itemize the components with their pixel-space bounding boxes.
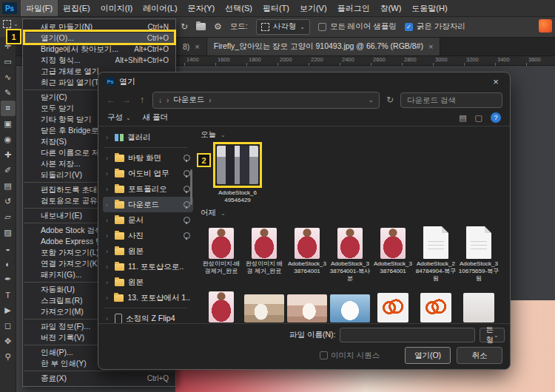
sidebar-item[interactable]: ›13. 포토샵에서 1.. (103, 290, 193, 305)
sidebar-item[interactable]: ›사진 (103, 228, 193, 243)
sidebar-item[interactable]: ›다운로드 (103, 197, 193, 212)
lasso-tool[interactable]: ∿ (1, 70, 16, 85)
hand-tool[interactable]: ✥ (1, 334, 16, 349)
preview-pane-icon[interactable]: ▢ (475, 113, 482, 123)
folder-icon[interactable] (196, 23, 206, 30)
file-item[interactable]: 완성이미지 배경 제거_완료 (243, 220, 285, 283)
file-item[interactable]: 2AdobeStock_649546429 (217, 142, 258, 204)
back-icon[interactable]: ← (106, 95, 116, 105)
file-menu-item[interactable]: 종료(X)Ctrl+Q (23, 373, 175, 384)
filetype-dropdown[interactable]: 모든 형식 ⌄ (480, 328, 504, 342)
pen-tool[interactable]: ✒ (1, 271, 16, 287)
marquee-tool[interactable]: ▭ (1, 54, 16, 70)
menubar-item[interactable]: 문자(Y) (183, 0, 221, 16)
help-icon[interactable]: ? (491, 112, 501, 123)
sidebar-item[interactable]: ›원본 (103, 274, 193, 290)
tab-close-icon[interactable]: × (195, 42, 199, 51)
menubar-item[interactable]: 플러그인 (332, 0, 375, 16)
chevron-down-icon: ⌄ (13, 21, 18, 27)
filename-input[interactable] (340, 328, 475, 342)
sample-all-layers-checkbox[interactable]: 모든 레이어 샘플링 (318, 21, 397, 32)
file-menu-item[interactable]: 지정 형식...Alt+Shift+Ctrl+O (23, 55, 175, 66)
file-item[interactable]: Firefly_고양이 910493 (329, 284, 371, 323)
sidebar-scrollbar[interactable] (190, 169, 192, 205)
file-item[interactable]: Firefly_앉아있는 장모 고양이 910493 (243, 284, 285, 323)
tab-close-icon[interactable]: × (428, 42, 433, 51)
menubar-item[interactable]: 레이어(L) (138, 0, 182, 16)
menu-item-shortcut: Alt+Ctrl+O (134, 45, 169, 53)
image-sequence-checkbox[interactable]: 이미지 시퀀스 (320, 351, 380, 361)
cancel-button[interactable]: 취소 (457, 347, 502, 364)
shape-tool[interactable]: ◻ (1, 318, 16, 334)
file-item[interactable]: AdobeStock_310675659-복구됨 (458, 220, 500, 283)
thumbnail-image (287, 294, 327, 322)
mode-dropdown[interactable]: 사각형 ⌄ (256, 19, 310, 35)
object-selection-tool[interactable]: ✎ (1, 85, 16, 101)
address-bar[interactable]: ↓ › 다운로드 › ⌄ (152, 92, 380, 109)
gear-icon[interactable]: ⚙ (214, 21, 222, 32)
search-input[interactable] (400, 92, 502, 108)
sidebar-item[interactable]: ›포트폴리오 (103, 181, 193, 197)
open-button[interactable]: 열기(O) (405, 347, 451, 364)
file-item[interactable]: AdobeStock_284784904_수정 (458, 284, 500, 323)
history-brush-tool[interactable]: ↺ (1, 194, 16, 209)
file-item[interactable]: AdobeStock_284784904-복구됨 (415, 220, 457, 283)
menubar-item[interactable]: 창(W) (375, 0, 407, 16)
tool-preset-picker[interactable]: ⌄ (3, 20, 18, 28)
file-item[interactable]: AdobeStock_338764001-복사본 (329, 220, 371, 283)
brush-tool[interactable]: ✐ (1, 163, 16, 178)
dodge-tool[interactable]: ◐ (1, 256, 16, 271)
thick-edges-checkbox[interactable]: ✓ 굵은 가장자리 (405, 21, 465, 32)
eraser-tool[interactable]: ▱ (1, 209, 16, 225)
sidebar-item[interactable]: ›어도비 업무 (103, 166, 193, 181)
up-icon[interactable]: ↑ (137, 95, 147, 105)
blur-tool[interactable]: ◒ (1, 240, 16, 256)
section-header[interactable]: 어제⌄ (201, 208, 507, 218)
sidebar-item[interactable]: ›소정의 Z Flip4 (103, 311, 193, 323)
healing-brush-tool[interactable]: ✚ (1, 147, 16, 163)
eyedropper-tool[interactable]: ◉ (1, 132, 16, 147)
sidebar-item[interactable]: ›11. 포토샵으로.. (103, 259, 193, 274)
menubar-item[interactable]: 필터(T) (258, 0, 295, 16)
refresh-icon[interactable]: ↻ (181, 21, 188, 32)
file-menu-item[interactable]: Bridge에서 찾아보기...Alt+Ctrl+O (23, 44, 175, 55)
gradient-tool[interactable]: ▨ (1, 225, 16, 240)
file-item[interactable]: AdobeStock_441522990 (201, 284, 242, 323)
refresh-icon[interactable]: ↻ (385, 95, 395, 105)
file-item[interactable]: AdobeStock_338764001 (286, 220, 328, 283)
file-item[interactable]: AdobeStock_338764001 (372, 220, 414, 283)
chevron-down-icon[interactable]: ⌄ (368, 96, 374, 104)
file-item[interactable]: 완성이미지-배경제거_완료 (201, 220, 242, 283)
sidebar-item[interactable]: ›갤러리 (103, 129, 193, 145)
menubar-item[interactable]: 보기(V) (295, 0, 332, 16)
crop-tool[interactable]: ⌗ (1, 101, 16, 116)
clone-stamp-tool[interactable]: ▤ (1, 178, 16, 194)
menubar-item[interactable]: 도움말(H) (406, 0, 452, 16)
dialog-titlebar[interactable]: Ps 열기 × (98, 72, 510, 90)
sidebar-item[interactable]: ›문서 (103, 212, 193, 228)
docked-panel-icon[interactable] (539, 19, 552, 33)
menubar-item[interactable]: 파일(F) (21, 0, 58, 16)
zoom-tool[interactable]: ⚲ (1, 349, 16, 365)
breadcrumb[interactable]: 다운로드 (173, 95, 204, 105)
section-header[interactable]: 오늘⌄ (201, 129, 507, 140)
type-tool[interactable]: T (1, 287, 16, 303)
path-selection-tool[interactable]: ▶ (1, 303, 16, 318)
new-folder-button[interactable]: 새 폴더 (143, 112, 168, 123)
file-item[interactable]: Firefly_앉아있는 장모 고양이 207813 (286, 284, 328, 323)
frame-tool[interactable]: ▣ (1, 116, 16, 132)
view-options-icon[interactable]: ▤ (459, 113, 466, 123)
sidebar-item[interactable]: ›원본 (103, 243, 193, 259)
menubar-item[interactable]: 편집(E) (58, 0, 95, 16)
menubar-item[interactable]: 이미지(I) (95, 0, 138, 16)
file-item[interactable]: AdobeStock_284784904_완성이미지 (415, 284, 457, 323)
organize-button[interactable]: 구성 ⌄ (107, 112, 131, 123)
sidebar-item[interactable]: ›바탕 화면 (103, 150, 193, 166)
menubar-item[interactable]: 선택(S) (220, 0, 258, 16)
forward-icon[interactable]: → (121, 95, 132, 105)
close-icon[interactable]: × (482, 72, 510, 90)
document-tab[interactable]: Firefly_앉아있는 장모 고양이 910493.jpg @ 66.7% (… (207, 37, 441, 55)
document-tab[interactable]: 8)× (176, 37, 207, 55)
file-item[interactable]: AdobeStock_562757949_배경제거완료 (372, 284, 414, 323)
organize-label: 구성 (107, 112, 123, 123)
